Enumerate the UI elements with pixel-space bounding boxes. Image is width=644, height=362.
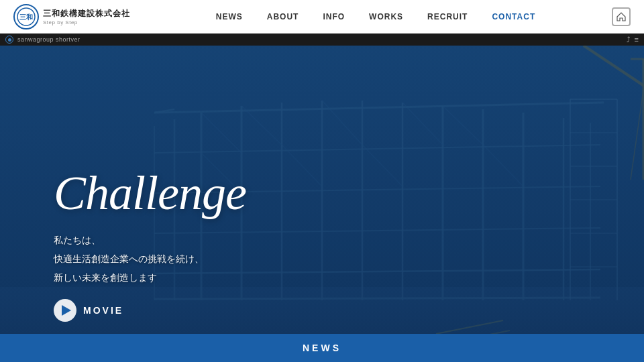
site-header: 三和 三和鉄構建設株式会社 Step by Step NEWS ABOUT IN…	[0, 0, 644, 34]
nav-contact[interactable]: CONTACT	[492, 12, 535, 21]
svg-text:三和: 三和	[19, 13, 33, 21]
home-button[interactable]	[612, 7, 631, 26]
video-channel-icon	[5, 36, 13, 44]
hero-subtitle-line1: 私たちは、	[54, 231, 644, 249]
logo-area: 三和 三和鉄構建設株式会社 Step by Step	[13, 4, 161, 29]
movie-label: MOVIE	[83, 305, 123, 316]
challenge-heading: Challenge	[54, 169, 644, 217]
nav-info[interactable]: INFO	[323, 12, 345, 21]
main-nav: NEWS ABOUT INFO WORKS RECRUIT CONTACT	[161, 12, 590, 21]
hero-subtitle: 私たちは、 快適生活創造企業への挑戦を続け、 新しい未来を創造します	[54, 231, 644, 287]
video-share-icon[interactable]: ⤴	[627, 36, 631, 44]
video-channel-name: sanwagroup shortver	[17, 36, 80, 43]
hero-content: Challenge 私たちは、 快適生活創造企業への挑戦を続け、 新しい未来を創…	[0, 46, 644, 362]
video-menu-icon[interactable]: ≡	[635, 36, 639, 44]
movie-button[interactable]: MOVIE	[54, 299, 123, 322]
video-controls: ⤴ ≡	[627, 36, 639, 44]
news-bar-label: NEWS	[303, 343, 341, 353]
logo-text: 三和鉄構建設株式会社 Step by Step	[43, 8, 130, 25]
hero-subtitle-line2: 快適生活創造企業への挑戦を続け、	[54, 249, 644, 268]
logo-tagline: Step by Step	[43, 19, 130, 25]
hero-section: Challenge 私たちは、 快適生活創造企業への挑戦を続け、 新しい未来を創…	[0, 46, 644, 362]
nav-news[interactable]: NEWS	[216, 12, 243, 21]
play-triangle	[62, 305, 71, 316]
hero-subtitle-line3: 新しい未来を創造します	[54, 268, 644, 287]
header-right	[590, 7, 631, 26]
nav-works[interactable]: WORKS	[369, 12, 403, 21]
news-bar[interactable]: NEWS	[0, 334, 644, 362]
logo-company-name: 三和鉄構建設株式会社	[43, 8, 130, 19]
video-bar: sanwagroup shortver ⤴ ≡	[0, 34, 644, 46]
logo-icon: 三和	[13, 4, 39, 29]
nav-about[interactable]: ABOUT	[267, 12, 299, 21]
movie-play-icon	[54, 299, 76, 322]
nav-recruit[interactable]: RECRUIT	[427, 12, 468, 21]
